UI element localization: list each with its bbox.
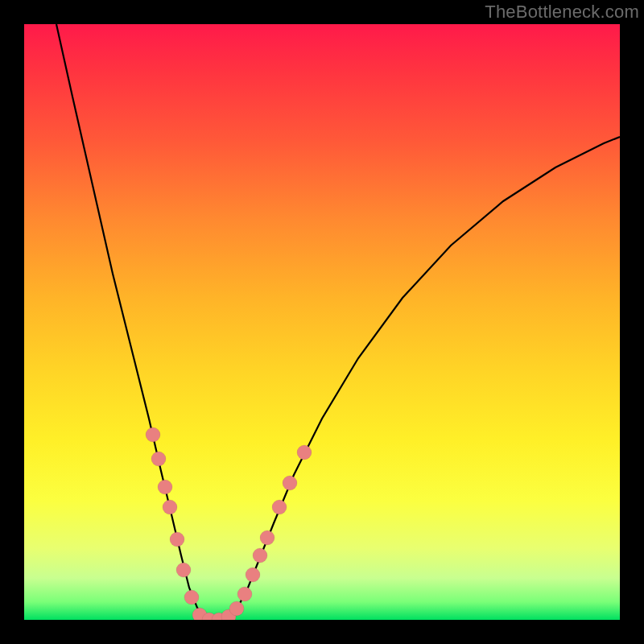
data-dot [253,548,267,563]
data-dot [184,590,199,605]
data-dot [170,532,184,547]
data-dot [163,500,177,514]
data-dot [283,476,297,490]
watermark-text: TheBottleneck.com [485,2,639,23]
chart-frame [24,24,620,620]
data-dot [297,445,312,460]
data-dot [176,563,191,577]
data-dots-group [146,427,312,620]
bottleneck-curve [56,24,620,620]
data-dot [158,480,172,494]
data-dot [237,587,252,601]
data-dot [272,500,287,514]
data-dot [229,601,244,616]
data-dot [246,568,260,582]
data-dot [151,452,166,466]
data-dot [146,427,160,442]
data-dot [260,530,275,545]
chart-svg [24,24,620,620]
